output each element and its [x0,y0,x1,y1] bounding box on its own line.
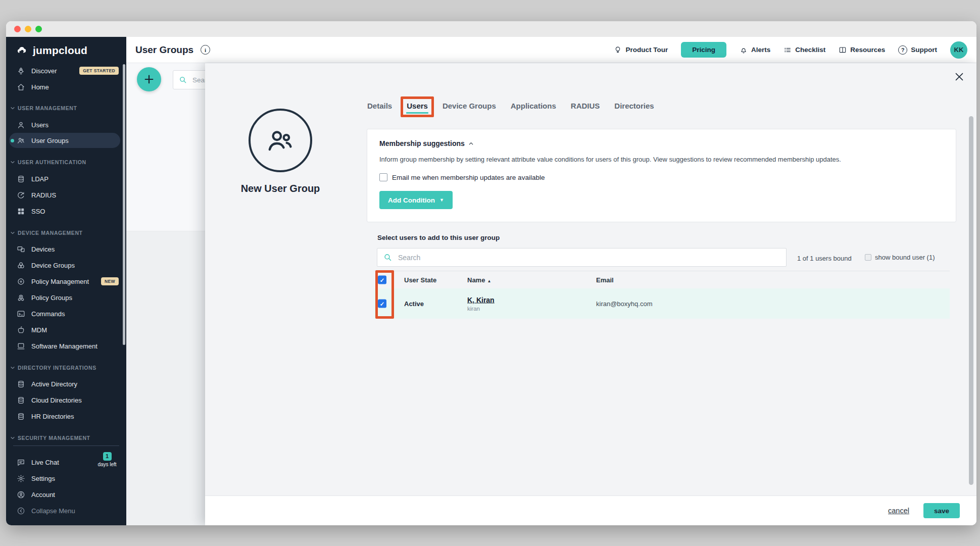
sidebar-item-ldap[interactable]: LDAP [6,172,126,185]
sidebar-item-settings[interactable]: Settings [6,472,126,485]
tab-applications[interactable]: Applications [511,102,556,110]
ldap-icon [17,175,25,183]
sidebar-section-directory-integrations[interactable]: DIRECTORY INTEGRATIONS [10,365,96,371]
annotation-highlight-checkbox-column [375,270,394,319]
user-name-link[interactable]: K, Kiran [467,296,495,304]
sidebar-item-discover[interactable]: Discover GET STARTED [6,64,126,77]
sidebar-section-user-authentication[interactable]: USER AUTHENTICATION [10,159,86,165]
sidebar-item-policy-groups[interactable]: Policy Groups [6,291,126,304]
sidebar-item-radius[interactable]: RADIUS [6,188,126,202]
users-table-header: ✓ User State Name▲ Email [374,271,950,288]
column-header-user-state[interactable]: User State [404,276,436,284]
active-item-dot [11,139,14,142]
tab-directories[interactable]: Directories [614,102,654,110]
sidebar-item-cloud-directories[interactable]: Cloud Directories [6,393,126,407]
show-bound-user-label: show bound user (1) [875,254,935,261]
table-row[interactable]: ✓ Active K, Kiran kiran kiran@boxyhq.com [374,288,950,319]
sidebar-item-sso[interactable]: SSO [6,205,126,218]
drawer-tabs: Details Users Device Groups Applications… [367,95,654,116]
user-email: kiran@boxyhq.com [596,300,652,308]
add-condition-button[interactable]: Add Condition ▼ [379,191,453,209]
alerts-button[interactable]: Alerts [740,46,770,54]
new-badge: NEW [101,277,119,285]
info-icon[interactable]: i [201,45,210,55]
minimize-window-button[interactable] [25,26,31,32]
column-header-email[interactable]: Email [596,276,614,284]
tab-device-groups[interactable]: Device Groups [443,102,496,110]
pricing-button[interactable]: Pricing [681,42,726,58]
users-search-input[interactable] [397,253,780,262]
home-icon [17,83,25,91]
sidebar-item-hr-directories[interactable]: HR Directories [6,410,126,423]
resources-button[interactable]: Resources [839,46,885,54]
membership-suggestions-toggle[interactable]: Membership suggestions [379,139,474,147]
user-group-avatar [249,109,312,172]
devices-icon [17,245,25,254]
new-user-group-drawer: New User Group Details Users Device Grou… [205,63,976,525]
column-header-name[interactable]: Name▲ [467,276,491,284]
chevron-down-icon [10,230,15,235]
sidebar-item-mdm[interactable]: MDM [6,323,126,336]
sidebar-item-commands[interactable]: Commands [6,307,126,320]
caret-down-icon: ▼ [439,198,444,203]
sidebar-item-users[interactable]: Users [6,118,126,131]
sidebar-item-home[interactable]: Home [6,80,126,93]
sidebar-item-software-management[interactable]: Software Management [6,339,126,353]
commands-icon [17,310,25,318]
sidebar-item-active-directory[interactable]: Active Directory [6,377,126,390]
add-user-group-button[interactable] [137,67,161,91]
drawer-scrollbar[interactable] [969,116,973,485]
question-mark-icon: ? [898,45,907,55]
support-button[interactable]: ? Support [898,45,937,55]
tab-radius[interactable]: RADIUS [571,102,600,110]
email-updates-checkbox[interactable] [379,173,387,181]
trial-days-badge: 1 days left [93,452,121,467]
sidebar-scrollbar[interactable] [123,64,125,345]
trial-days-label: days left [93,462,121,467]
device-groups-icon [17,261,25,270]
sidebar: jumpcloud Discover GET STARTED Home USER… [6,37,126,525]
mdm-icon [17,326,25,334]
tab-users[interactable]: Users [407,102,428,110]
zoom-window-button[interactable] [35,26,42,32]
user-groups-icon [17,136,25,145]
group-name-title: New User Group [217,183,344,194]
sidebar-item-devices[interactable]: Devices [6,242,126,256]
search-icon [383,253,392,262]
users-table: ✓ User State Name▲ Email ✓ Active K, Kir… [374,271,950,319]
sidebar-section-user-management[interactable]: USER MANAGEMENT [10,105,77,111]
checklist-button[interactable]: Checklist [783,46,825,54]
sidebar-section-device-management[interactable]: DEVICE MANAGEMENT [10,230,83,236]
sort-ascending-icon: ▲ [487,279,491,283]
settings-gear-icon [17,474,25,483]
product-tour-button[interactable]: Product Tour [614,46,668,54]
book-icon [839,46,847,54]
close-window-button[interactable] [14,26,21,32]
policy-groups-icon [17,293,25,302]
bell-icon [740,46,748,54]
sidebar-item-collapse-menu[interactable]: Collapse Menu [6,504,126,517]
user-avatar[interactable]: KK [950,41,967,59]
sidebar-item-device-groups[interactable]: Device Groups [6,259,126,272]
cancel-button[interactable]: cancel [888,507,909,515]
top-header: User Groups i Product Tour Pricing Alert… [126,37,976,63]
sidebar-section-security-management[interactable]: SECURITY MANAGEMENT [10,435,90,441]
sidebar-item-user-groups[interactable]: User Groups [6,134,126,147]
hr-directories-icon [17,412,25,421]
discover-icon [17,67,25,75]
membership-suggestions-card: Membership suggestions Inform group memb… [367,129,956,222]
users-icon [17,121,25,129]
show-bound-user-checkbox[interactable] [865,254,871,261]
sidebar-item-policy-management[interactable]: Policy Management NEW [6,275,126,288]
tab-details[interactable]: Details [367,102,392,110]
macos-titlebar [6,21,976,37]
user-state-value: Active [404,300,424,308]
save-button[interactable]: save [923,503,960,518]
users-search-box[interactable] [377,248,787,267]
close-icon[interactable] [954,71,965,82]
users-bound-count: 1 of 1 users bound [797,255,852,262]
sidebar-item-account[interactable]: Account [6,488,126,501]
sidebar-item-label: Discover [31,67,57,75]
sidebar-item-label: Home [31,83,49,91]
trial-days-count: 1 [103,452,112,461]
